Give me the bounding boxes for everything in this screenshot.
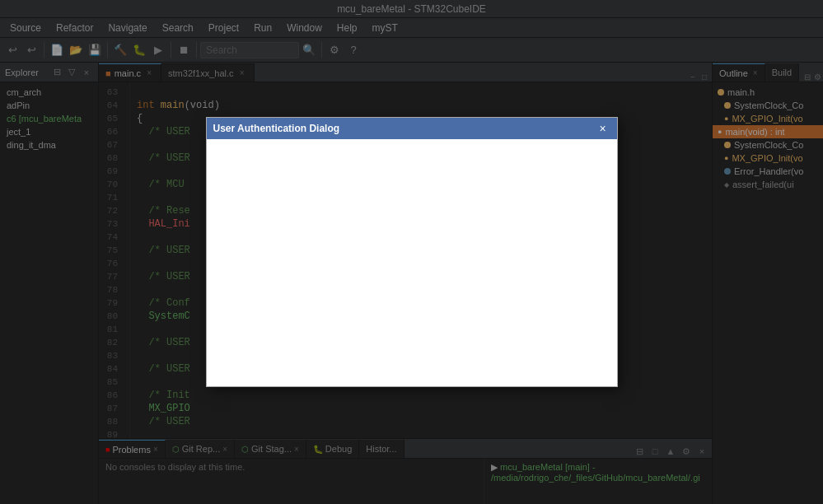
dialog-title: User Authentication Dialog (213, 123, 340, 134)
dialog-overlay[interactable]: User Authentication Dialog × (0, 0, 823, 504)
dialog: User Authentication Dialog × (206, 117, 618, 387)
dialog-close-button[interactable]: × (596, 121, 610, 136)
dialog-title-bar: User Authentication Dialog × (207, 118, 617, 139)
dialog-body (207, 139, 617, 386)
